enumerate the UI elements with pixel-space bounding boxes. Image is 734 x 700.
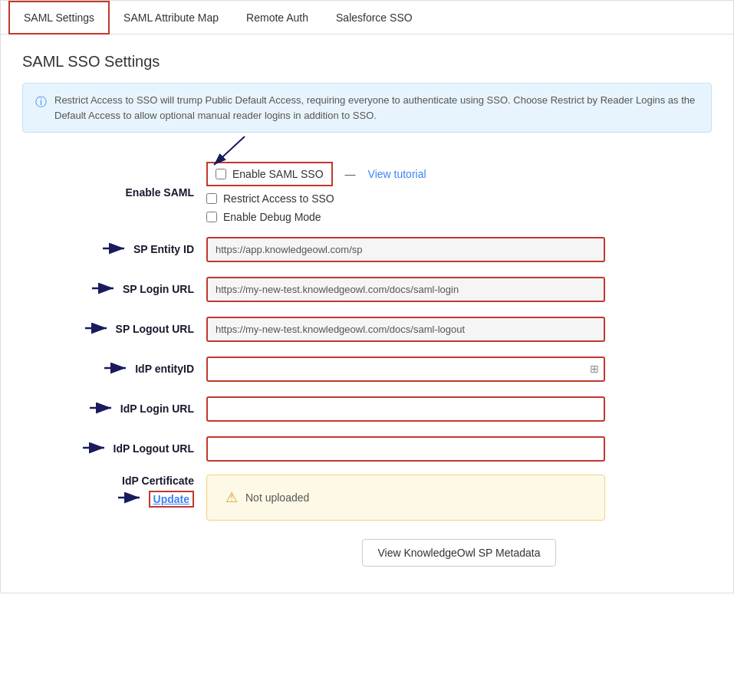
sp-login-url-label: SP Login URL bbox=[22, 281, 206, 298]
sp-login-url-row: SP Login URL bbox=[22, 275, 712, 303]
enable-debug-checkbox[interactable] bbox=[206, 212, 217, 222]
svg-line-1 bbox=[214, 136, 245, 165]
idp-entity-input-wrapper: ⊞ bbox=[206, 357, 605, 382]
idp-entity-id-input[interactable] bbox=[206, 357, 605, 382]
idp-logout-url-row: IdP Logout URL bbox=[22, 435, 712, 462]
idp-login-url-input[interactable] bbox=[206, 396, 605, 422]
view-tutorial-link[interactable]: View tutorial bbox=[368, 168, 426, 180]
tab-salesforce-sso[interactable]: Salesforce SSO bbox=[322, 1, 426, 34]
sp-entity-id-control bbox=[206, 237, 712, 262]
enable-saml-sso-row: Enable SAML SSO — View tutorial bbox=[206, 162, 712, 186]
tab-saml-attribute-map[interactable]: SAML Attribute Map bbox=[110, 1, 232, 34]
restrict-access-label: Restrict Access to SSO bbox=[223, 192, 334, 205]
idp-login-url-control bbox=[206, 396, 712, 422]
enable-saml-sso-checkbox[interactable] bbox=[216, 169, 226, 179]
enable-saml-label: Enable SAML bbox=[22, 186, 206, 199]
enable-saml-row: Enable SAML bbox=[22, 162, 712, 223]
idp-login-url-label: IdP Login URL bbox=[22, 400, 206, 418]
tab-saml-settings[interactable]: SAML Settings bbox=[8, 1, 110, 35]
update-link[interactable]: Update bbox=[149, 491, 194, 508]
sp-entity-id-row: SP Entity ID bbox=[22, 235, 712, 263]
arrow-svg2 bbox=[91, 282, 118, 294]
arrow-icon-idp-login bbox=[88, 400, 116, 418]
tabs-bar: SAML Settings SAML Attribute Map Remote … bbox=[1, 1, 733, 35]
idp-entity-id-label: IdP entityID bbox=[22, 360, 206, 378]
idp-cert-row: IdP Certificate bbox=[22, 475, 712, 521]
main-content: SAML SSO Settings ⓘ Restrict Access to S… bbox=[1, 35, 733, 593]
not-uploaded-text: Not uploaded bbox=[245, 491, 309, 504]
arrow-icon-idp-entity bbox=[103, 360, 130, 378]
arrow-svg6 bbox=[81, 442, 109, 454]
arrow-svg3 bbox=[84, 322, 111, 334]
enable-saml-sso-box: Enable SAML SSO bbox=[206, 162, 333, 186]
tab-remote-auth[interactable]: Remote Auth bbox=[232, 1, 322, 34]
sp-entity-id-label: SP Entity ID bbox=[22, 241, 206, 258]
warning-icon: ⚠ bbox=[225, 489, 238, 506]
idp-cert-label: IdP Certificate bbox=[22, 475, 206, 508]
metadata-button[interactable]: View KnowledgeOwl SP Metadata bbox=[362, 539, 557, 567]
sp-login-url-control bbox=[206, 277, 712, 302]
sp-logout-url-row: SP Logout URL bbox=[22, 315, 712, 343]
idp-logout-url-control bbox=[206, 436, 712, 462]
restrict-access-row: Restrict Access to SSO bbox=[206, 192, 712, 205]
arrow-svg7 bbox=[117, 491, 144, 504]
arrow-svg5 bbox=[88, 402, 116, 414]
sp-login-url-input[interactable] bbox=[206, 277, 605, 302]
info-banner-text: Restrict Access to SSO will trump Public… bbox=[54, 93, 699, 123]
enable-saml-sso-label: Enable SAML SSO bbox=[232, 168, 324, 180]
idp-entity-id-control: ⊞ bbox=[206, 357, 712, 382]
idp-login-url-row: IdP Login URL bbox=[22, 395, 712, 422]
enable-debug-row: Enable Debug Mode bbox=[206, 211, 712, 223]
page-container: SAML Settings SAML Attribute Map Remote … bbox=[0, 0, 734, 593]
sp-logout-url-label: SP Logout URL bbox=[22, 320, 206, 338]
dash-separator: — bbox=[345, 168, 356, 180]
not-uploaded-box: ⚠ Not uploaded bbox=[206, 475, 605, 521]
arrow-icon-sp-login bbox=[91, 281, 118, 298]
arrow-icon-idp-logout bbox=[81, 440, 109, 458]
arrow-icon-sp-logout bbox=[84, 320, 111, 338]
cert-update-wrapper: Update bbox=[117, 490, 194, 508]
idp-entity-id-row: IdP entityID ⊞ bbox=[22, 355, 712, 383]
arrow-svg4 bbox=[103, 362, 130, 374]
metadata-row: View KnowledgeOwl SP Metadata bbox=[22, 539, 712, 567]
arrow-icon-idp-cert bbox=[117, 490, 144, 508]
info-icon: ⓘ bbox=[35, 94, 47, 111]
grid-icon: ⊞ bbox=[590, 363, 599, 375]
arrow-svg bbox=[101, 242, 129, 255]
section-title: SAML SSO Settings bbox=[22, 53, 712, 71]
restrict-access-checkbox[interactable] bbox=[206, 193, 217, 204]
info-banner: ⓘ Restrict Access to SSO will trump Publ… bbox=[22, 83, 712, 133]
sp-logout-url-control bbox=[206, 317, 712, 342]
sp-entity-id-input[interactable] bbox=[206, 237, 605, 262]
checkbox-group: Enable SAML SSO — View tutorial Restrict… bbox=[206, 162, 712, 223]
form-section: Enable SAML bbox=[22, 154, 712, 574]
enable-saml-controls: Enable SAML SSO — View tutorial Restrict… bbox=[206, 162, 712, 223]
arrow-icon-sp-entity bbox=[101, 241, 129, 258]
enable-debug-label: Enable Debug Mode bbox=[223, 211, 321, 223]
idp-logout-url-input[interactable] bbox=[206, 436, 605, 462]
sp-logout-url-input[interactable] bbox=[206, 317, 605, 342]
idp-logout-url-label: IdP Logout URL bbox=[22, 440, 206, 458]
